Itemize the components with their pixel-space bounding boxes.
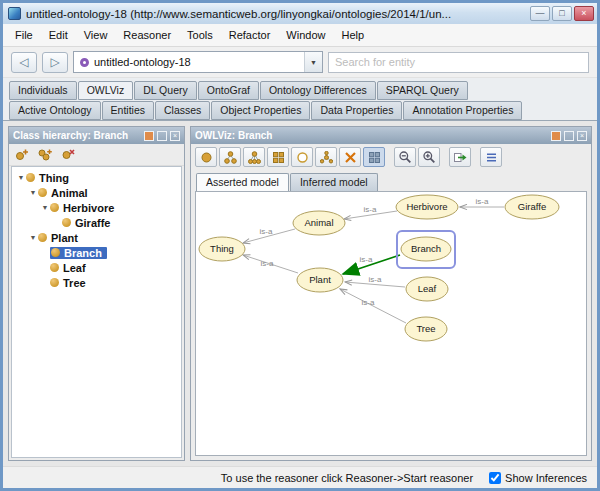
- forward-button[interactable]: ▷: [42, 52, 68, 73]
- collapse-icon[interactable]: ▼: [40, 204, 50, 211]
- graph-edge-branch-plant-highlighted: is-a: [343, 255, 400, 274]
- hide-class-button[interactable]: [291, 147, 313, 167]
- options-list-icon: [485, 151, 498, 164]
- class-icon: [50, 278, 59, 287]
- menu-window[interactable]: Window: [278, 26, 333, 44]
- delete-class-button[interactable]: [58, 146, 78, 164]
- tree-item-giraffe[interactable]: Giraffe: [14, 215, 179, 230]
- chevron-down-icon[interactable]: ▼: [304, 52, 322, 72]
- collapse-icon[interactable]: ▼: [16, 174, 26, 181]
- tab-object-properties[interactable]: Object Properties: [211, 101, 310, 120]
- zoom-out-button[interactable]: [394, 147, 416, 167]
- collapse-icon[interactable]: ▼: [28, 189, 38, 196]
- graph-node-thing[interactable]: Thing: [199, 237, 245, 261]
- tree-item-animal[interactable]: ▼ Animal: [14, 185, 179, 200]
- tab-data-properties[interactable]: Data Properties: [311, 101, 402, 120]
- panel-close-icon[interactable]: ×: [170, 131, 180, 141]
- graph-edge-giraffe-herbivore: is-a: [460, 197, 504, 207]
- ontology-graph: is-a is-a is-a is-a: [196, 192, 586, 440]
- zoom-in-button[interactable]: [418, 147, 440, 167]
- show-superclasses-icon: [248, 151, 261, 164]
- show-subclasses-button[interactable]: [219, 147, 241, 167]
- delete-class-icon: [61, 148, 75, 161]
- search-input[interactable]: [328, 52, 589, 73]
- graph-node-plant[interactable]: Plant: [297, 268, 343, 292]
- menu-refactor[interactable]: Refactor: [221, 26, 279, 44]
- menu-edit[interactable]: Edit: [41, 26, 76, 44]
- show-inferences-checkbox[interactable]: [489, 472, 501, 484]
- protege-window: untitled-ontology-18 (http://www.semanti…: [0, 0, 600, 491]
- menu-view[interactable]: View: [76, 26, 116, 44]
- zoom-in-icon: [422, 150, 436, 164]
- toggle-grid-button[interactable]: [363, 147, 385, 167]
- tab-annotation-properties[interactable]: Annotation Properties: [403, 101, 522, 120]
- workspace-tabs: Individuals OWLViz DL Query OntoGraf Ont…: [3, 78, 597, 121]
- panel-maximize-icon[interactable]: [564, 131, 574, 141]
- graph-canvas[interactable]: is-a is-a is-a is-a: [195, 191, 587, 456]
- hide-subclasses-button[interactable]: [315, 147, 337, 167]
- class-icon: [50, 263, 59, 272]
- owlviz-header: OWLViz: Branch ×: [191, 127, 591, 144]
- show-superclasses-button[interactable]: [243, 147, 265, 167]
- tab-inferred-model[interactable]: Inferred model: [290, 173, 378, 191]
- tab-row-1: Individuals OWLViz DL Query OntoGraf Ont…: [9, 81, 591, 100]
- tree-item-tree[interactable]: Tree: [14, 275, 179, 290]
- tree-item-herbivore[interactable]: ▼ Herbivore: [14, 200, 179, 215]
- tree-item-label: Branch: [64, 247, 102, 259]
- panel-float-icon[interactable]: [144, 131, 154, 141]
- graph-node-leaf[interactable]: Leaf: [406, 277, 448, 301]
- panel-close-icon[interactable]: ×: [577, 131, 587, 141]
- tree-item-thing[interactable]: ▼ Thing: [14, 170, 179, 185]
- graph-node-tree[interactable]: Tree: [405, 317, 447, 341]
- show-class-button[interactable]: [195, 147, 217, 167]
- class-hierarchy-panel: Class hierarchy: Branch ×: [8, 126, 185, 461]
- panel-float-icon[interactable]: [551, 131, 561, 141]
- menu-tools[interactable]: Tools: [179, 26, 221, 44]
- tree-item-leaf[interactable]: Leaf: [14, 260, 179, 275]
- class-hierarchy-header: Class hierarchy: Branch ×: [9, 127, 184, 144]
- menu-file[interactable]: File: [7, 26, 41, 44]
- back-button[interactable]: ◁: [11, 52, 37, 73]
- tree-item-plant[interactable]: ▼ Plant: [14, 230, 179, 245]
- tab-ontology-differences[interactable]: Ontology Differences: [260, 81, 376, 100]
- selected-tree-item[interactable]: Branch: [50, 247, 107, 259]
- tree-item-label: Thing: [39, 172, 69, 184]
- tab-active-ontology[interactable]: Active Ontology: [9, 101, 101, 120]
- node-label: Plant: [309, 274, 331, 285]
- show-all-classes-button[interactable]: [267, 147, 289, 167]
- menu-reasoner[interactable]: Reasoner: [115, 26, 179, 44]
- graph-node-giraffe[interactable]: Giraffe: [505, 195, 559, 219]
- panel-maximize-icon[interactable]: [157, 131, 167, 141]
- graph-node-animal[interactable]: Animal: [293, 211, 345, 235]
- minimize-button[interactable]: —: [530, 6, 550, 21]
- title-bar[interactable]: untitled-ontology-18 (http://www.semanti…: [3, 3, 597, 24]
- tab-dl-query[interactable]: DL Query: [134, 81, 197, 100]
- graph-node-branch[interactable]: Branch: [401, 237, 451, 261]
- menu-help[interactable]: Help: [333, 26, 372, 44]
- options-button[interactable]: [480, 147, 502, 167]
- tab-asserted-model[interactable]: Asserted model: [196, 173, 289, 191]
- add-subclass-button[interactable]: [12, 146, 32, 164]
- tab-owlviz[interactable]: OWLViz: [78, 81, 134, 100]
- main-toolbar: ◁ ▷ untitled-ontology-18 ▼: [3, 47, 597, 78]
- ontology-selector[interactable]: untitled-ontology-18 ▼: [73, 51, 323, 73]
- close-button[interactable]: ×: [574, 6, 594, 21]
- hide-all-classes-button[interactable]: [339, 147, 361, 167]
- owlviz-title: OWLViz: Branch: [195, 130, 548, 141]
- node-label: Herbivore: [406, 201, 447, 212]
- node-label: Leaf: [418, 283, 437, 294]
- tab-classes[interactable]: Classes: [155, 101, 210, 120]
- tree-item-branch[interactable]: Branch: [14, 245, 179, 260]
- graph-edge-plant-thing: is-a: [243, 255, 298, 273]
- add-sibling-class-button[interactable]: [35, 146, 55, 164]
- tab-ontograf[interactable]: OntoGraf: [198, 81, 259, 100]
- show-inferences-label: Show Inferences: [505, 472, 587, 484]
- graph-node-herbivore[interactable]: Herbivore: [396, 195, 458, 219]
- export-graph-button[interactable]: [449, 147, 471, 167]
- maximize-button[interactable]: □: [552, 6, 572, 21]
- class-tree[interactable]: ▼ Thing ▼ Animal ▼ Herbivore Gi: [11, 166, 182, 458]
- collapse-icon[interactable]: ▼: [28, 234, 38, 241]
- tab-sparql-query[interactable]: SPARQL Query: [377, 81, 468, 100]
- tab-entities[interactable]: Entities: [102, 101, 154, 120]
- tab-individuals[interactable]: Individuals: [9, 81, 77, 100]
